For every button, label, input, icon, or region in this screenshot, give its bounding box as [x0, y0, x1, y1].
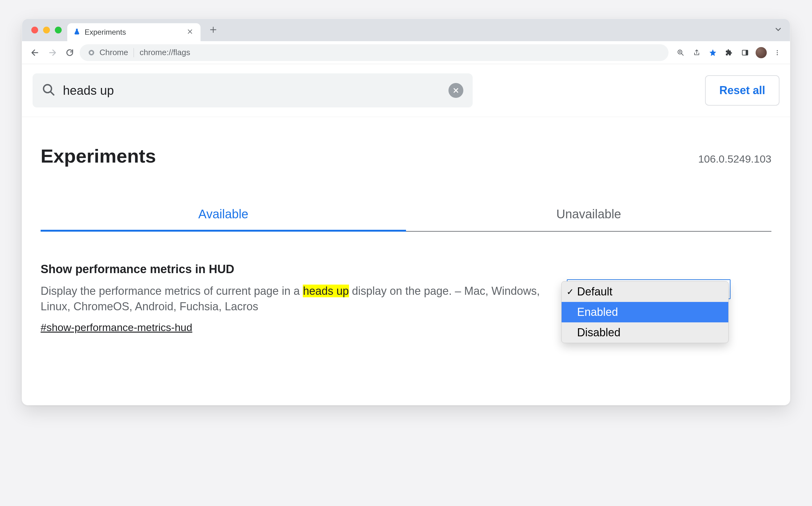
tab-unavailable[interactable]: Unavailable: [406, 207, 771, 232]
avatar-image: [756, 47, 767, 58]
site-chip[interactable]: Chrome: [88, 48, 128, 57]
tab-title: Experiments: [85, 28, 126, 36]
browser-tab[interactable]: Experiments: [67, 23, 201, 41]
window-controls: [28, 27, 67, 33]
minimize-window-button[interactable]: [43, 27, 50, 33]
flag-description: Display the performance metrics of curre…: [41, 283, 543, 315]
sidepanel-icon[interactable]: [738, 46, 752, 60]
toolbar-right: [673, 46, 785, 60]
search-input[interactable]: [63, 84, 441, 97]
reset-all-button[interactable]: Reset all: [705, 75, 780, 106]
url-text: chrome://flags: [140, 48, 190, 57]
svg-rect-4: [746, 50, 748, 55]
svg-point-5: [777, 50, 778, 51]
share-icon[interactable]: [689, 46, 704, 60]
extensions-icon[interactable]: [722, 46, 736, 60]
tabstrip-menu-button[interactable]: [774, 25, 783, 35]
option-disabled-label: Disabled: [577, 326, 620, 339]
page-content: Reset all Experiments 106.0.5249.103 Ava…: [22, 64, 790, 405]
zoom-icon[interactable]: [673, 46, 688, 60]
option-default-label: Default: [577, 285, 612, 298]
flask-icon: [73, 28, 80, 36]
flag-title: Show performance metrics in HUD: [41, 263, 543, 276]
flag-desc-before: Display the performance metrics of curre…: [41, 284, 303, 297]
browser-window: Experiments Chrome chrome://: [22, 19, 790, 405]
new-tab-button[interactable]: [206, 23, 220, 37]
page-title: Experiments: [41, 145, 156, 167]
forward-button[interactable]: [45, 45, 60, 60]
chrome-icon: [88, 49, 95, 56]
back-button[interactable]: [27, 45, 43, 60]
option-enabled-label: Enabled: [577, 306, 618, 318]
svg-point-7: [777, 54, 778, 55]
svg-point-8: [44, 85, 52, 93]
clear-search-button[interactable]: [448, 83, 463, 98]
dropdown-list: ✓ Default Enabled Disabled: [561, 281, 729, 343]
bookmark-star-icon[interactable]: [706, 46, 720, 60]
search-icon: [42, 83, 56, 98]
flag-text: Show performance metrics in HUD Display …: [41, 263, 543, 334]
flag-dropdown[interactable]: ✓ Default Enabled Disabled: [561, 281, 729, 343]
category-tabs: Available Unavailable: [41, 207, 771, 232]
option-enabled[interactable]: Enabled: [562, 302, 728, 322]
reload-button[interactable]: [62, 45, 77, 60]
tab-available[interactable]: Available: [41, 207, 406, 232]
maximize-window-button[interactable]: [55, 27, 62, 33]
address-bar[interactable]: Chrome chrome://flags: [80, 44, 668, 61]
kebab-menu-icon[interactable]: [770, 46, 785, 60]
checkmark-icon: ✓: [567, 287, 574, 297]
version-label: 106.0.5249.103: [698, 153, 771, 165]
tab-strip: Experiments: [22, 19, 790, 41]
close-window-button[interactable]: [31, 27, 38, 33]
search-box: [32, 73, 472, 107]
toolbar: Chrome chrome://flags: [22, 41, 790, 64]
option-default[interactable]: ✓ Default: [562, 281, 728, 302]
site-chip-label: Chrome: [99, 48, 128, 57]
profile-avatar[interactable]: [754, 46, 768, 60]
option-disabled[interactable]: Disabled: [562, 322, 728, 343]
flag-item: Show performance metrics in HUD Display …: [22, 232, 790, 405]
flag-id-link[interactable]: #show-performance-metrics-hud: [41, 321, 192, 333]
svg-point-6: [777, 52, 778, 53]
omnibox-divider: [134, 48, 134, 57]
search-row: Reset all: [22, 64, 790, 117]
close-tab-button[interactable]: [185, 27, 195, 38]
page-header: Experiments 106.0.5249.103: [22, 117, 790, 173]
flag-desc-highlight: heads up: [303, 284, 349, 297]
svg-point-1: [90, 52, 93, 54]
